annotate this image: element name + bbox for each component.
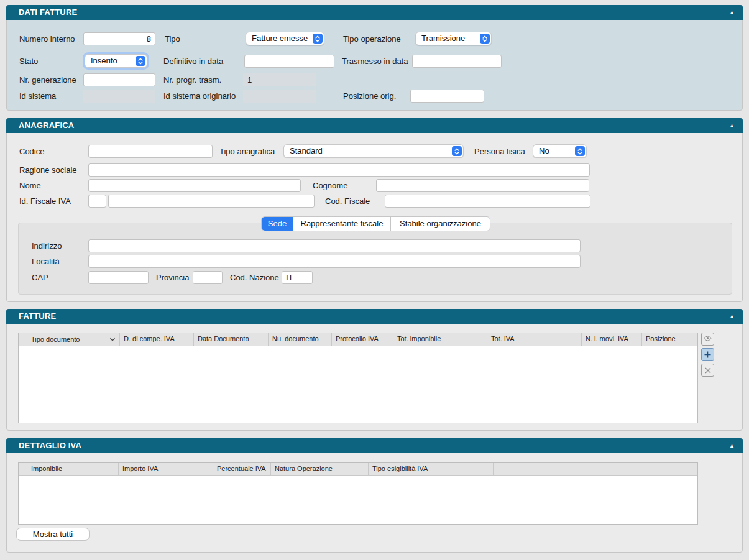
column-header-imponibile[interactable]: Imponibile xyxy=(27,463,119,475)
tab-stabile-organizzazione[interactable]: Stabile organizzazione xyxy=(391,217,490,231)
nr-progr-trasm-label: Nr. progr. trasm. xyxy=(163,73,221,86)
column-header-tipo-documento[interactable]: Tipo documento xyxy=(27,333,120,346)
invoice-data-window: DATI FATTURE ▲ Numero interno 8 Tipo Fat… xyxy=(0,0,749,560)
collapse-arrow-icon[interactable]: ▲ xyxy=(729,5,735,20)
column-header-tot-iva[interactable]: Tot. IVA xyxy=(487,333,582,346)
tipo-anagrafica-label: Tipo anagrafica xyxy=(219,145,275,158)
ragione-sociale-input[interactable] xyxy=(88,163,590,177)
tipo-operazione-select[interactable]: Tramissione xyxy=(415,32,492,45)
view-row-button[interactable] xyxy=(701,333,714,346)
persona-fisica-select-value: No xyxy=(539,146,549,155)
definitivo-in-data-input[interactable] xyxy=(244,55,334,68)
cap-label: CAP xyxy=(32,271,48,284)
id-sistema-label: Id sistema xyxy=(19,90,56,103)
indirizzo-input[interactable] xyxy=(88,239,581,252)
collapse-arrow-icon[interactable]: ▲ xyxy=(729,438,735,453)
panel-fatture: FATTURE ▲ Tipo documento D. di compe. IV… xyxy=(6,309,743,431)
column-header-d-di-compe-iva[interactable]: D. di compe. IVA xyxy=(120,333,194,346)
cod-fiscale-label: Cod. Fiscale xyxy=(325,195,370,208)
fatture-table: Tipo documento D. di compe. IVA Data Doc… xyxy=(18,333,698,423)
tipo-anagrafica-select[interactable]: Standard xyxy=(283,144,464,158)
column-header-percentuale-iva[interactable]: Percentuale IVA xyxy=(213,463,271,475)
posizione-orig-input[interactable] xyxy=(410,90,484,103)
tipo-operazione-label: Tipo operazione xyxy=(343,32,401,45)
tab-sede[interactable]: Sede xyxy=(262,217,293,231)
select-updown-chevrons-icon xyxy=(136,56,145,66)
trasmesso-in-data-input[interactable] xyxy=(412,55,502,68)
cap-input[interactable] xyxy=(88,271,149,284)
panel-anagrafica-title: ANAGRAFICA xyxy=(19,121,74,130)
mostra-tutti-button[interactable]: Mostra tutti xyxy=(16,528,90,541)
select-updown-chevrons-icon xyxy=(452,146,462,156)
column-header-row-selector xyxy=(19,333,27,346)
provincia-label: Provincia xyxy=(156,271,189,284)
stato-select[interactable]: Inserito xyxy=(85,54,147,68)
cod-fiscale-input[interactable] xyxy=(385,195,590,208)
column-header-nu-documento[interactable]: Nu. documento xyxy=(269,333,332,346)
column-header-tot-imponibile[interactable]: Tot. imponibile xyxy=(393,333,487,346)
panel-dettaglio-iva: DETTAGLIO IVA ▲ Imponibile Importo IVA P… xyxy=(6,438,743,553)
fatture-table-header-row: Tipo documento D. di compe. IVA Data Doc… xyxy=(19,333,697,346)
collapse-arrow-icon[interactable]: ▲ xyxy=(729,309,735,324)
indirizzo-label: Indirizzo xyxy=(32,239,62,252)
panel-anagrafica-header: ANAGRAFICA ▲ xyxy=(6,118,743,133)
tipo-select-value: Fatture emesse xyxy=(252,34,308,43)
nr-progr-trasm-readonly-field: 1 xyxy=(243,73,316,86)
panel-dettaglio-iva-header: DETTAGLIO IVA ▲ xyxy=(6,438,743,453)
panel-dati-fatture-header: DATI FATTURE ▲ xyxy=(6,5,743,20)
column-header-tipo-esigibilita-iva[interactable]: Tipo esigibilità IVA xyxy=(369,463,494,475)
tipo-anagrafica-select-value: Standard xyxy=(290,146,323,155)
select-updown-chevrons-icon xyxy=(575,146,585,156)
nr-generazione-label: Nr. generazione xyxy=(19,73,76,86)
provincia-input[interactable] xyxy=(193,271,223,284)
tipo-operazione-select-value: Tramissione xyxy=(421,34,465,43)
cognome-input[interactable] xyxy=(376,179,589,192)
panel-dati-fatture-title: DATI FATTURE xyxy=(19,7,77,17)
column-header-importo-iva[interactable]: Importo IVA xyxy=(119,463,213,475)
chevron-down-icon[interactable] xyxy=(109,334,116,346)
id-fiscale-iva-prefix-input[interactable] xyxy=(88,195,106,208)
nr-generazione-input[interactable] xyxy=(83,73,155,86)
tab-rappresentante-fiscale[interactable]: Rappresentante fiscale xyxy=(293,217,391,231)
codice-label: Codice xyxy=(19,145,44,158)
cod-nazione-input[interactable]: IT xyxy=(282,271,313,284)
panel-anagrafica: ANAGRAFICA ▲ Codice Tipo anagrafica Stan… xyxy=(6,118,743,302)
stato-select-value: Inserito xyxy=(91,56,117,65)
column-header-row-selector xyxy=(19,463,27,475)
id-sistema-originario-readonly-field xyxy=(243,90,316,103)
column-header-empty xyxy=(494,463,697,475)
persona-fisica-select[interactable]: No xyxy=(533,144,587,158)
nome-input[interactable] xyxy=(88,179,301,192)
tipo-select[interactable]: Fatture emesse xyxy=(246,32,324,45)
delete-row-button[interactable] xyxy=(701,364,714,377)
column-header-n-i-movi-iva[interactable]: N. i. movi. IVA xyxy=(582,333,642,346)
collapse-arrow-icon[interactable]: ▲ xyxy=(729,118,735,133)
panel-dati-fatture: DATI FATTURE ▲ Numero interno 8 Tipo Fat… xyxy=(6,5,743,111)
id-fiscale-iva-label: Id. Fiscale IVA xyxy=(19,195,71,208)
panel-fatture-header: FATTURE ▲ xyxy=(6,309,743,324)
column-header-protocollo-iva[interactable]: Protocollo IVA xyxy=(332,333,393,346)
dettaglio-iva-table-body xyxy=(19,476,697,526)
id-fiscale-iva-input[interactable] xyxy=(108,195,315,208)
tipo-label: Tipo xyxy=(165,32,180,45)
column-header-data-documento[interactable]: Data Documento xyxy=(194,333,269,346)
localita-label: Località xyxy=(32,255,60,268)
codice-input[interactable] xyxy=(88,145,213,158)
select-updown-chevrons-icon xyxy=(313,34,323,44)
numero-interno-input[interactable]: 8 xyxy=(83,32,155,45)
column-header-natura-operazione[interactable]: Natura Operazione xyxy=(271,463,369,475)
posizione-orig-label: Posizione orig. xyxy=(343,90,396,103)
eye-icon xyxy=(704,334,712,345)
nome-label: Nome xyxy=(19,179,41,192)
add-row-button[interactable] xyxy=(701,348,714,361)
column-header-posizione[interactable]: Posizione xyxy=(642,333,697,346)
x-icon xyxy=(705,365,711,376)
anagrafica-tab-bar: Sede Rappresentante fiscale Stabile orga… xyxy=(261,216,490,231)
cognome-label: Cognome xyxy=(313,179,347,192)
ragione-sociale-label: Ragione sociale xyxy=(19,163,77,177)
cod-nazione-label: Cod. Nazione xyxy=(230,271,279,284)
persona-fisica-label: Persona fisica xyxy=(474,145,525,158)
id-sistema-originario-label: Id sistema originario xyxy=(163,90,236,103)
panel-dettaglio-iva-title: DETTAGLIO IVA xyxy=(19,441,81,450)
localita-input[interactable] xyxy=(88,255,581,268)
